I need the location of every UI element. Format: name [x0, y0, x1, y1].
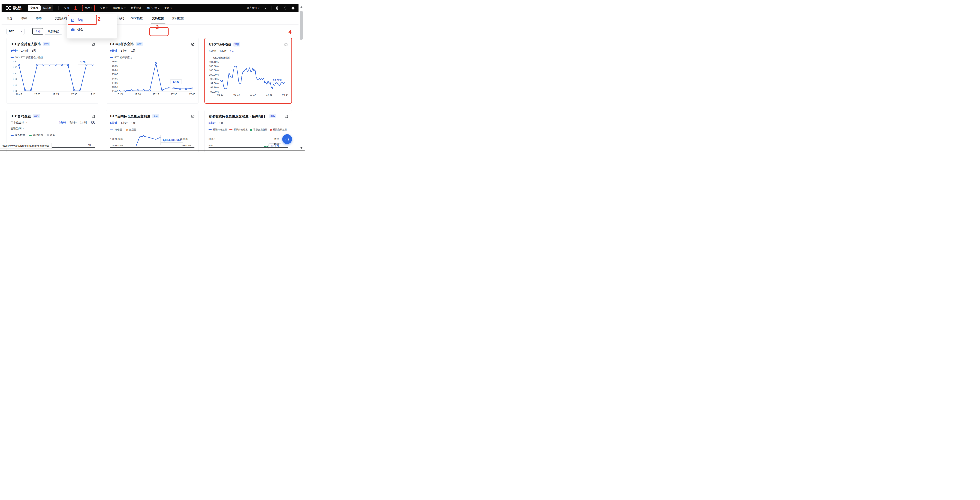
left-axis-label: 1,850,000k	[110, 144, 123, 147]
svg-text:17:15: 17:15	[153, 93, 159, 96]
legend-item[interactable]: OKx BTC多空持仓人数比	[11, 56, 43, 59]
tab-5min[interactable]: 5分钟	[110, 121, 117, 125]
right-axis-label: 40	[88, 144, 91, 146]
main-nav: 买币 1 发现∧ 交易∨ 金融服务∨ 新手学院 用户支持∨ 更多∨	[64, 5, 172, 11]
legend-item[interactable]: 交易量	[126, 128, 137, 131]
subnav-spot-pairs[interactable]: 币币	[36, 12, 42, 24]
svg-text:13.00: 13.00	[112, 90, 118, 93]
contract-type-select[interactable]: 币本位合约∨	[11, 121, 27, 125]
globe-icon[interactable]	[291, 6, 295, 10]
expand-icon[interactable]	[285, 43, 288, 46]
nav-more[interactable]: 更多∨	[164, 6, 172, 10]
basis-volume-bars[interactable]	[57, 145, 63, 147]
menu-item-opportunities[interactable]: 机会	[67, 25, 118, 34]
period-tabs: 5分钟 1小时 1天	[11, 49, 95, 53]
tab-1day[interactable]: 1天	[131, 49, 136, 53]
user-icon[interactable]	[263, 6, 267, 10]
status-bar-url: https://www.ouyicn.online/markets/prices	[0, 143, 52, 149]
legend: USDT场外溢价	[209, 56, 288, 60]
tab-1day[interactable]: 1天	[131, 121, 136, 125]
usdt-otc-premium-chart[interactable]: 101.10%100.80%100.50%100.20%99.90%99.60%…	[209, 60, 288, 97]
svg-text:100.80%: 100.80%	[209, 65, 219, 68]
bell-icon[interactable]	[283, 6, 287, 10]
toggle-metax[interactable]: MetaX	[41, 5, 53, 11]
delivery-week-select[interactable]: 交割当周∨	[11, 127, 24, 130]
period-tabs: 5分钟 1小时 1天	[110, 49, 194, 53]
chevron-down-icon: ∨	[25, 121, 27, 124]
legend-item[interactable]: 基差	[47, 133, 55, 137]
svg-text:13.38: 13.38	[173, 80, 179, 83]
coin-select[interactable]: BTC∨	[6, 28, 24, 35]
chevron-down-icon: ∨	[158, 7, 159, 9]
download-app-icon[interactable]	[275, 6, 279, 10]
tab-8hour[interactable]: 8小时	[208, 121, 216, 125]
margin-long-short-ratio-chart[interactable]: 16.5016.0015.5015.0014.5014.0013.5013.00…	[110, 59, 195, 96]
expand-icon[interactable]	[92, 115, 95, 118]
nav-financial[interactable]: 金融服务∨	[113, 6, 126, 10]
legend-item[interactable]: 看跌交易总量	[270, 128, 287, 131]
chevron-down-icon: ∨	[124, 7, 126, 9]
svg-text:15.50: 15.50	[112, 69, 118, 72]
subnav-delivery-futures[interactable]: 交割合约	[55, 12, 67, 24]
nav-discover[interactable]: 发现∧	[82, 5, 95, 11]
legend-item[interactable]: BTC杠杆多空比	[110, 56, 132, 59]
tab-5min[interactable]: 5分钟	[70, 121, 76, 125]
bar-chart-icon	[71, 28, 75, 31]
subnav-favorites[interactable]: 自选	[6, 12, 12, 24]
subnav-coins[interactable]: 币种	[21, 12, 27, 24]
tab-1hour[interactable]: 1小时	[21, 49, 28, 53]
tab-1hour[interactable]: 1小时	[121, 121, 128, 125]
svg-text:99.00%: 99.00%	[210, 91, 219, 93]
top-navbar: 欧易 交易所 MetaX 买币 1 发现∧ 交易∨ 金融服务∨ 新手学院 用户支…	[2, 4, 299, 12]
nav-assets[interactable]: 资产管理∨	[247, 6, 259, 10]
tab-1day[interactable]: 1天	[32, 49, 36, 53]
tab-5min[interactable]: 5分钟	[110, 49, 117, 53]
tab-1day[interactable]: 1天	[219, 121, 223, 125]
tab-5min[interactable]: 5分钟	[209, 50, 216, 53]
subnav-trading-data[interactable]: 交易数据	[152, 12, 164, 24]
expand-icon[interactable]	[285, 115, 288, 118]
scroll-down-arrow[interactable]	[301, 147, 302, 149]
legend-item[interactable]: USDT场外溢价	[209, 56, 230, 60]
legend-item[interactable]: 看涨持仓总量	[208, 128, 227, 131]
toggle-exchange[interactable]: 交易所	[28, 5, 41, 11]
subnav-okx-index[interactable]: OKX指数	[130, 12, 143, 24]
expand-icon[interactable]	[191, 115, 194, 118]
expand-icon[interactable]	[191, 43, 194, 46]
tab-1day[interactable]: 1天	[230, 50, 234, 53]
annotation-step-2: 2	[98, 16, 100, 22]
call-oi-line[interactable]	[263, 144, 269, 148]
tab-5min[interactable]: 5分钟	[11, 49, 18, 53]
scroll-up-arrow[interactable]	[301, 6, 302, 8]
scrollbar-thumb[interactable]	[300, 11, 302, 40]
card-title: BTC合约持仓总量及交易量	[110, 114, 150, 118]
legend-item[interactable]: 合约价格	[29, 133, 43, 137]
annotation-step-3: 3	[156, 24, 159, 30]
legend-item[interactable]: 看跌持仓总量	[229, 128, 248, 131]
customer-support-button[interactable]	[282, 134, 292, 144]
nav-academy[interactable]: 新手学院	[130, 6, 141, 10]
window-bottom-edge	[0, 150, 305, 151]
legend-item[interactable]: 现货指数	[11, 133, 25, 137]
card-margin-long-short-ratio: BTC杠杆多空比 现货 5分钟 1小时 1天 BTC杠杆多空比 16.5016.…	[106, 38, 199, 104]
long-short-person-ratio-chart[interactable]: 1.201.201.201.191.191.1916:4517:0017:151…	[11, 59, 95, 96]
filter-all-button[interactable]: 全部	[32, 28, 43, 35]
okx-logo-icon	[6, 6, 11, 10]
filter-spot-data-button[interactable]: 现货数据	[45, 28, 62, 35]
nav-support[interactable]: 用户支持∨	[146, 6, 159, 10]
tab-1day[interactable]: 1天	[91, 121, 95, 125]
legend-item[interactable]: 看涨交易总量	[250, 128, 267, 131]
tab-1hour[interactable]: 1小时	[80, 121, 87, 125]
chevron-down-icon: ∨	[21, 30, 22, 32]
legend-item[interactable]: 持仓量	[110, 128, 122, 131]
nav-trade[interactable]: 交易∨	[100, 6, 108, 10]
svg-text:1.20: 1.20	[80, 61, 86, 64]
nav-buy-crypto[interactable]: 买币	[64, 6, 69, 10]
tab-1hour[interactable]: 1小时	[220, 50, 227, 53]
tab-1hour[interactable]: 1小时	[121, 49, 128, 53]
subnav-arbitrage-data[interactable]: 套利数据	[172, 12, 184, 24]
tab-1min[interactable]: 1分钟	[59, 121, 66, 125]
okx-logo[interactable]: 欧易	[6, 5, 22, 11]
svg-text:03-31: 03-31	[266, 93, 272, 96]
expand-icon[interactable]	[92, 43, 95, 46]
